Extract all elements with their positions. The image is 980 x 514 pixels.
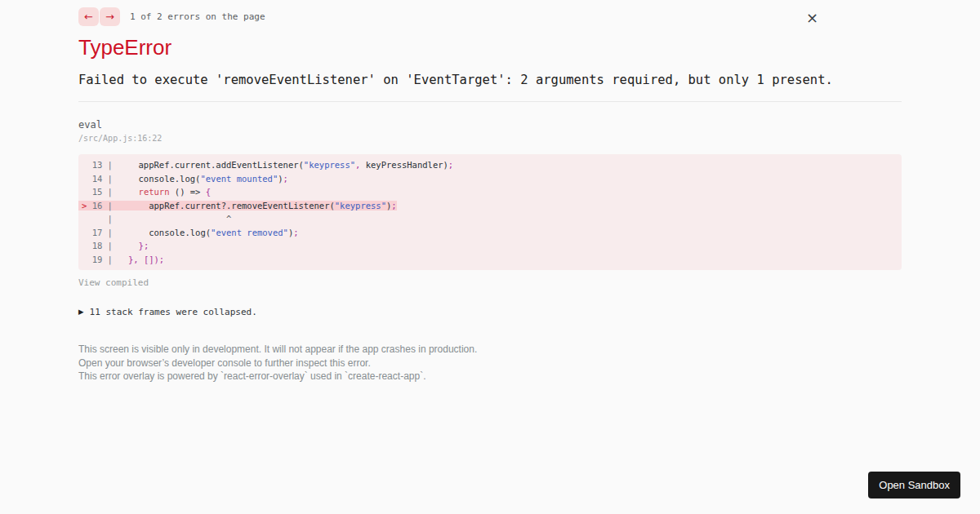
highlighted-code-line: > 16 | appRef.current?.removeEventListen… (78, 201, 397, 210)
next-error-button[interactable]: → (100, 7, 120, 26)
code-line: 15 | return () => { (82, 185, 895, 199)
code-frame: 13 | appRef.current.addEventListener("ke… (78, 154, 902, 270)
previous-error-button[interactable]: ← (78, 7, 99, 26)
code-line: 13 | appRef.current.addEventListener("ke… (82, 158, 895, 172)
stack-frames-toggle[interactable]: ▶11 stack frames were collapsed. (78, 307, 902, 317)
divider (78, 101, 902, 102)
code-line: 18 | }; (82, 239, 895, 253)
collapse-triangle-icon: ▶ (78, 308, 84, 316)
error-navigation: ← → 1 of 2 errors on the page (78, 7, 902, 26)
code-line: 17 | console.log("event removed"); (82, 226, 895, 240)
code-line: > 16 | appRef.current?.removeEventListen… (82, 199, 895, 213)
close-icon: × (806, 9, 818, 26)
right-arrow-icon: → (105, 11, 114, 23)
footer-notes: This screen is visible only in developme… (78, 343, 902, 383)
stack-frames-label: 11 stack frames were collapsed. (90, 307, 257, 317)
footer-note-console: Open your browser’s developer console to… (78, 357, 902, 370)
error-type-title: TypeError (78, 35, 902, 60)
close-button[interactable]: × (806, 11, 818, 25)
code-line: 19 | }, []); (82, 253, 895, 267)
footer-note-overlay: This error overlay is powered by `react-… (78, 370, 902, 383)
footer-note-development: This screen is visible only in developme… (78, 343, 902, 357)
error-counter: 1 of 2 errors on the page (130, 11, 265, 22)
stack-frame-function: eval (78, 119, 902, 131)
code-line: | ^ (82, 212, 895, 226)
stack-frame-location: /src/App.js:16:22 (78, 134, 902, 143)
code-line: 14 | console.log("event mounted"); (82, 172, 895, 186)
error-message: Failed to execute 'removeEventListener' … (78, 73, 902, 87)
view-compiled-link[interactable]: View compiled (78, 277, 902, 288)
left-arrow-icon: ← (84, 11, 93, 23)
open-sandbox-button[interactable]: Open Sandbox (868, 472, 960, 498)
error-overlay: ← → 1 of 2 errors on the page × TypeErro… (78, 0, 902, 383)
